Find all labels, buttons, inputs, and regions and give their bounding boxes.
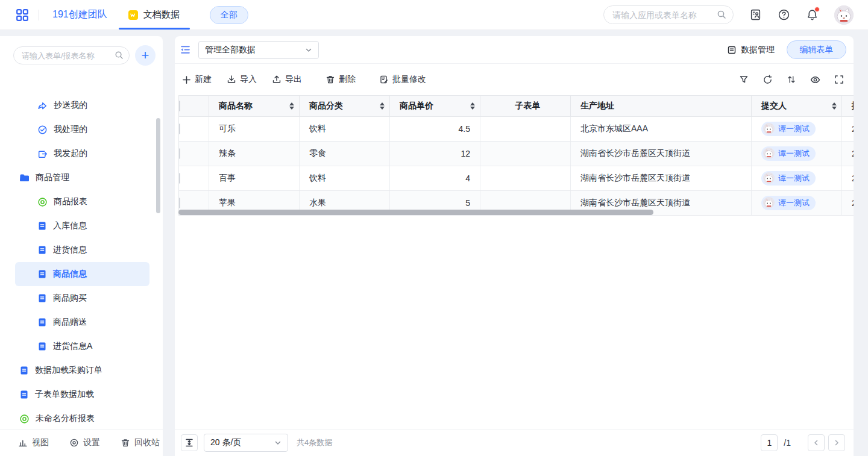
table-toolbar: 新建 导入 导出 删除 批量修改 bbox=[175, 64, 854, 95]
delete-label: 删除 bbox=[339, 74, 356, 85]
submitter-chip[interactable]: 谭一测试 bbox=[761, 171, 816, 186]
bell-icon[interactable] bbox=[806, 8, 819, 21]
select-all-checkbox[interactable] bbox=[179, 101, 180, 111]
tab-label: 文档数据 bbox=[143, 9, 180, 20]
sort-carets-icon[interactable] bbox=[832, 102, 837, 110]
add-form-button[interactable]: + bbox=[135, 45, 156, 66]
sidebar-item-product-report[interactable]: 商品报表 bbox=[0, 190, 163, 214]
sidebar-folder-product-management[interactable]: 商品管理 bbox=[0, 166, 163, 190]
sidebar-item-data-load-purchase-order[interactable]: 数据加载采购订单 bbox=[0, 358, 163, 383]
batch-edit-icon bbox=[379, 75, 389, 84]
sidebar-item-initiated-by-me[interactable]: 我发起的 bbox=[0, 142, 163, 166]
sidebar-item-handled-by-me[interactable]: 我处理的 bbox=[0, 117, 163, 142]
footer-views[interactable]: 视图 bbox=[18, 437, 49, 448]
data-table: 商品名称 商品分类 商品单价 子表单 生产地址 提交人 提 可乐 饮料 4.5 … bbox=[178, 95, 854, 216]
eye-icon[interactable] bbox=[810, 75, 820, 85]
footer-settings[interactable]: 设置 bbox=[69, 437, 100, 448]
import-button[interactable]: 导入 bbox=[227, 74, 257, 85]
data-scope-value: 管理全部数据 bbox=[205, 45, 256, 55]
data-manage-button[interactable]: 数据管理 bbox=[727, 45, 775, 55]
sidebar-item-purchase-info-a[interactable]: 进货信息A bbox=[0, 334, 163, 358]
cell-subform bbox=[480, 117, 571, 142]
horizontal-scrollbar[interactable] bbox=[178, 210, 653, 215]
delete-button[interactable]: 删除 bbox=[326, 74, 356, 85]
footer-recycle-bin[interactable]: 回收站 bbox=[121, 437, 160, 448]
search-icon[interactable] bbox=[115, 51, 124, 60]
sidebar-item-label: 抄送我的 bbox=[54, 100, 87, 111]
submitter-name: 谭一测试 bbox=[778, 198, 810, 208]
batch-edit-button[interactable]: 批量修改 bbox=[379, 74, 426, 85]
submitter-chip[interactable]: 谭一测试 bbox=[761, 146, 816, 161]
new-button[interactable]: 新建 bbox=[182, 74, 212, 85]
row-checkbox[interactable] bbox=[179, 173, 180, 184]
sort-carets-icon[interactable] bbox=[470, 102, 475, 110]
submitter-chip[interactable]: 谭一测试 bbox=[761, 196, 816, 210]
sort-carets-icon[interactable] bbox=[289, 102, 294, 110]
import-icon bbox=[227, 75, 236, 84]
form-icon bbox=[19, 390, 29, 399]
col-header-submitter: 提交人 bbox=[761, 101, 787, 111]
sidebar-item-product-info-selected[interactable]: 商品信息 bbox=[15, 262, 149, 286]
sort-carets-icon[interactable] bbox=[380, 102, 385, 110]
table-row[interactable]: 百事 饮料 4 湖南省长沙市岳麓区天顶街道 谭一测试 20 bbox=[179, 166, 854, 191]
sidebar-item-inbound-info[interactable]: 入库信息 bbox=[0, 214, 163, 238]
sidebar-item-label: 商品管理 bbox=[36, 172, 69, 183]
main-header: 管理全部数据 数据管理 编辑表单 bbox=[175, 36, 854, 64]
data-scope-select[interactable]: 管理全部数据 bbox=[198, 41, 319, 59]
edit-form-button[interactable]: 编辑表单 bbox=[787, 40, 846, 59]
folder-icon bbox=[19, 173, 30, 183]
sidebar-item-label: 入库信息 bbox=[53, 220, 87, 231]
prev-page-button[interactable] bbox=[808, 434, 825, 451]
scope-pill-all[interactable]: 全部 bbox=[210, 6, 248, 24]
avatar[interactable] bbox=[834, 5, 854, 25]
sidebar-scrollbar[interactable] bbox=[156, 118, 160, 213]
sidebar-item-label: 子表单数据加载 bbox=[35, 389, 94, 400]
import-label: 导入 bbox=[240, 74, 257, 85]
row-checkbox[interactable] bbox=[179, 148, 180, 159]
team-name[interactable]: 191创建团队 bbox=[52, 8, 107, 21]
sidebar-item-label: 进货信息 bbox=[53, 245, 87, 255]
sidebar-item-product-gift[interactable]: 商品赠送 bbox=[0, 310, 163, 334]
report-icon bbox=[19, 414, 30, 424]
row-checkbox[interactable] bbox=[179, 123, 180, 134]
collapse-icon[interactable] bbox=[180, 44, 191, 55]
page-size-select[interactable]: 20 条/页 bbox=[204, 434, 288, 452]
fullscreen-icon[interactable] bbox=[834, 75, 844, 84]
submitter-chip[interactable]: 谭一测试 bbox=[761, 122, 816, 136]
table-row[interactable]: 可乐 饮料 4.5 北京市东城区AAA 谭一测试 20 bbox=[179, 117, 854, 142]
sidebar-item-unnamed-analysis-report[interactable]: 未命名分析报表 bbox=[0, 407, 163, 429]
cc-icon bbox=[37, 101, 48, 111]
filter-icon[interactable] bbox=[739, 75, 749, 84]
row-checkbox[interactable] bbox=[179, 198, 180, 208]
search-icon[interactable] bbox=[717, 10, 726, 19]
export-label: 导出 bbox=[285, 74, 302, 85]
trash-icon bbox=[326, 75, 335, 84]
sidebar-item-purchase-info[interactable]: 进货信息 bbox=[0, 238, 163, 262]
help-icon[interactable] bbox=[778, 8, 790, 21]
chevron-down-icon bbox=[274, 439, 281, 446]
export-button[interactable]: 导出 bbox=[272, 74, 302, 85]
sort-icon[interactable] bbox=[787, 75, 796, 84]
topbar: 191创建团队 文档数据 全部 bbox=[0, 0, 868, 30]
report-icon bbox=[37, 197, 48, 207]
cell-submit-time: 20 bbox=[842, 166, 854, 191]
row-height-button[interactable] bbox=[181, 434, 198, 451]
page-size-value: 20 条/页 bbox=[210, 437, 241, 448]
sidebar-item-subform-data-load[interactable]: 子表单数据加载 bbox=[0, 383, 163, 407]
next-page-button[interactable] bbox=[828, 434, 845, 451]
send-icon bbox=[37, 149, 48, 159]
submitter-name: 谭一测试 bbox=[778, 123, 810, 134]
sidebar-search-input[interactable] bbox=[13, 46, 130, 64]
sidebar-item-cc-to-me[interactable]: 抄送我的 bbox=[0, 99, 163, 117]
apps-grid-icon[interactable] bbox=[16, 8, 29, 22]
refresh-icon[interactable] bbox=[763, 75, 773, 85]
contacts-icon[interactable] bbox=[749, 8, 762, 21]
global-search-input[interactable] bbox=[603, 5, 734, 24]
cell-address: 湖南省长沙市岳麓区天顶街道 bbox=[571, 166, 752, 191]
batch-edit-label: 批量修改 bbox=[392, 74, 426, 85]
current-page-box[interactable]: 1 bbox=[761, 434, 778, 451]
submitter-avatar bbox=[763, 148, 775, 159]
table-row[interactable]: 辣条 零食 12 湖南省长沙市岳麓区天顶街道 谭一测试 20 bbox=[179, 142, 854, 166]
tab-doc-data[interactable]: 文档数据 bbox=[128, 9, 180, 20]
sidebar-item-product-buy[interactable]: 商品购买 bbox=[0, 286, 163, 310]
